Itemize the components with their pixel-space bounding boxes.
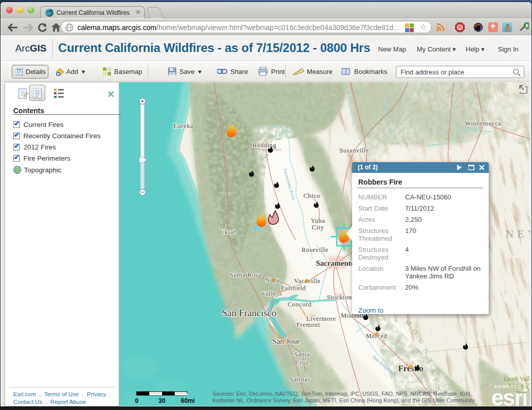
svg-text:esri: esri bbox=[491, 385, 527, 406]
svg-text:Sources: Esri, DeLorme, NAVTEQ: Sources: Esri, DeLorme, NAVTEQ, TomTom, … bbox=[212, 391, 471, 397]
svg-text:Sacramento: Sacramento bbox=[316, 259, 355, 267]
svg-text:30: 30 bbox=[158, 397, 166, 404]
svg-text:Vallejo: Vallejo bbox=[261, 290, 282, 297]
svg-text:Salinas: Salinas bbox=[290, 376, 310, 383]
svg-text:0: 0 bbox=[135, 397, 139, 404]
svg-text:Concord: Concord bbox=[287, 301, 311, 308]
svg-text:Fairfield: Fairfield bbox=[281, 285, 306, 292]
svg-text:Chico: Chico bbox=[304, 192, 321, 199]
svg-text:T: T bbox=[253, 225, 258, 235]
svg-text:O: O bbox=[236, 174, 243, 184]
svg-text:S: S bbox=[248, 208, 252, 218]
svg-text:Eureka: Eureka bbox=[174, 122, 194, 130]
svg-text:Roseville: Roseville bbox=[302, 246, 329, 253]
svg-text:Santa Rosa: Santa Rosa bbox=[230, 271, 261, 278]
svg-text:Kadaster NL, Ordnance Survey,: Kadaster NL, Ordnance Survey, Esri Japan… bbox=[212, 397, 475, 403]
svg-text:Stockton: Stockton bbox=[327, 294, 352, 301]
svg-text:NEV: NEV bbox=[506, 227, 530, 240]
svg-text:San Francisco: San Francisco bbox=[222, 308, 276, 318]
svg-text:A: A bbox=[242, 190, 248, 199]
svg-text:Fremont: Fremont bbox=[297, 321, 321, 328]
svg-text:City: City bbox=[312, 224, 324, 231]
svg-text:Winnemucca: Winnemucca bbox=[465, 120, 501, 127]
svg-text:C: C bbox=[234, 155, 240, 165]
svg-text:Ukiah: Ukiah bbox=[220, 228, 237, 236]
svg-text:Redding: Redding bbox=[253, 142, 277, 149]
svg-text:Cruz: Cruz bbox=[296, 359, 309, 366]
svg-text:Yuba: Yuba bbox=[311, 217, 325, 224]
svg-text:Susanville: Susanville bbox=[339, 147, 369, 154]
svg-text:San Jose: San Jose bbox=[272, 337, 300, 345]
svg-text:Death Vall: Death Vall bbox=[504, 375, 530, 382]
svg-text:60mi: 60mi bbox=[181, 397, 195, 404]
svg-text:Santa: Santa bbox=[295, 351, 310, 358]
